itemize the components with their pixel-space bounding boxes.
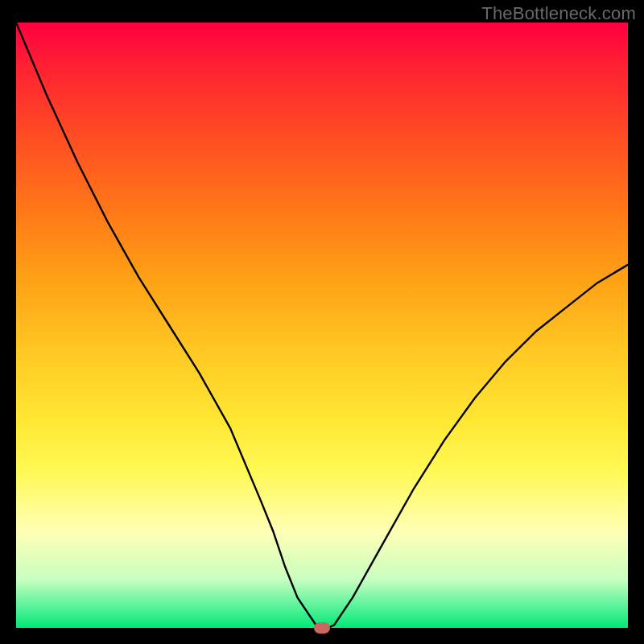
chart-frame: TheBottleneck.com xyxy=(0,0,644,644)
plot-area xyxy=(16,23,628,628)
bottleneck-marker xyxy=(314,622,330,634)
bottleneck-curve xyxy=(16,23,628,628)
watermark-label: TheBottleneck.com xyxy=(481,3,636,24)
